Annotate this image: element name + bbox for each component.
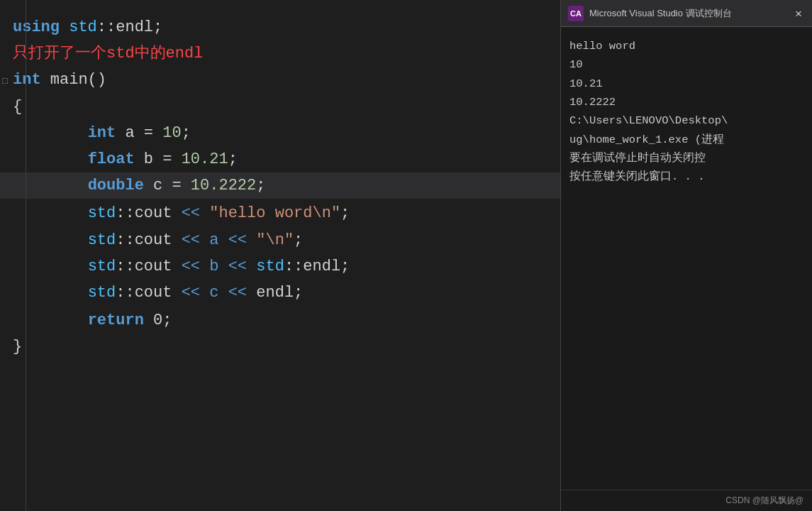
- code-token: ::: [116, 284, 134, 302]
- line-content: return 0;: [13, 308, 560, 333]
- code-line: return 0;: [0, 307, 560, 334]
- code-token: ;: [228, 150, 238, 168]
- code-token: cout: [135, 258, 172, 275]
- line-marker: □: [0, 75, 10, 89]
- code-line: }: [0, 334, 560, 360]
- code-line: 只打开了一个std中的endl: [0, 40, 560, 67]
- code-token: float: [88, 150, 135, 168]
- code-line: {: [0, 94, 560, 120]
- code-token: 只打开了一个std中的endl: [13, 45, 203, 62]
- code-token: [13, 177, 88, 194]
- code-token: ;: [153, 18, 162, 36]
- code-line: std::cout << "hello word\n";: [0, 200, 560, 226]
- code-token: << a <<: [172, 231, 256, 249]
- code-token: c =: [144, 177, 191, 194]
- code-token: {: [13, 98, 22, 116]
- vs-icon-label: CA: [570, 9, 582, 18]
- code-token: [13, 150, 88, 168]
- code-token: endl: [256, 284, 294, 302]
- code-token: std: [256, 258, 284, 275]
- terminal-output-line: 按任意键关闭此窗口. . .: [569, 167, 803, 186]
- code-token: std: [88, 204, 116, 222]
- code-token: std: [69, 18, 97, 36]
- terminal-body: hello word1010.2110.2222C:\Users\LENOVO\…: [561, 27, 812, 490]
- terminal-output-line: hello word: [569, 37, 803, 55]
- code-token: ::: [116, 258, 134, 275]
- line-content: 只打开了一个std中的endl: [13, 41, 560, 66]
- line-content: std::cout << b << std::endl;: [13, 254, 560, 279]
- code-token: std: [88, 284, 116, 302]
- code-token: std: [88, 258, 116, 275]
- code-token: int: [88, 124, 116, 142]
- code-token: return: [88, 312, 144, 329]
- line-content: std::cout << "hello word\n";: [13, 201, 560, 226]
- code-token: 10: [162, 124, 181, 142]
- code-token: 10.2222: [191, 177, 256, 194]
- code-token: int: [13, 71, 41, 89]
- line-content: float b = 10.21;: [13, 147, 560, 172]
- code-token: ::: [116, 204, 134, 222]
- line-content: double c = 10.2222;: [13, 173, 560, 198]
- code-line: using std::endl;: [0, 14, 560, 40]
- code-line: std::cout << a << "\n";: [0, 227, 560, 253]
- code-token: endl: [303, 258, 340, 275]
- code-token: main(): [41, 71, 106, 89]
- terminal-output-line: 10: [569, 55, 803, 74]
- code-line: □int main(): [0, 67, 560, 93]
- code-token: }: [13, 338, 22, 356]
- code-token: ;: [340, 258, 350, 275]
- code-token: ;: [294, 231, 303, 249]
- code-token: ;: [294, 284, 303, 302]
- code-token: cout: [135, 231, 172, 249]
- terminal-output-line: C:\Users\LENOVO\Desktop\: [569, 111, 803, 130]
- code-token: [13, 312, 88, 329]
- code-token: b =: [135, 150, 182, 168]
- code-token: 10.21: [182, 150, 228, 168]
- code-token: [13, 284, 88, 302]
- terminal-panel: CA Microsoft Visual Studio 调试控制台 ✕ hello…: [560, 0, 812, 511]
- code-token: ;: [182, 124, 191, 142]
- code-token: [13, 204, 88, 222]
- line-content: int a = 10;: [13, 121, 560, 145]
- code-token: ;: [256, 177, 265, 194]
- terminal-footer: CSDN @随风飘扬@: [561, 490, 812, 511]
- code-line: double c = 10.2222;: [0, 172, 560, 199]
- code-line: int a = 10;: [0, 120, 560, 146]
- code-token: [13, 258, 88, 275]
- code-token: << c <<: [172, 284, 256, 302]
- vs-icon: CA: [568, 6, 584, 21]
- code-token: "hello word\n": [209, 204, 340, 222]
- code-line: float b = 10.21;: [0, 146, 560, 172]
- code-token: ::: [97, 18, 116, 36]
- code-token: cout: [135, 204, 172, 222]
- code-token: ;: [340, 204, 350, 222]
- code-line: std::cout << c << endl;: [0, 280, 560, 306]
- terminal-output-line: ug\home_work_1.exe (进程: [569, 131, 803, 149]
- code-token: cout: [135, 284, 172, 302]
- code-token: <<: [172, 204, 209, 222]
- terminal-titlebar: CA Microsoft Visual Studio 调试控制台 ✕: [561, 0, 812, 27]
- close-button[interactable]: ✕: [792, 6, 805, 21]
- code-panel: using std::endl;只打开了一个std中的endl□int main…: [0, 0, 560, 511]
- code-token: double: [88, 177, 144, 194]
- line-content: }: [13, 334, 560, 359]
- code-token: [13, 124, 88, 142]
- code-token: ::: [284, 258, 303, 275]
- code-line: std::cout << b << std::endl;: [0, 253, 560, 280]
- code-token: using: [13, 18, 69, 36]
- terminal-output-line: 要在调试停止时自动关闭控: [569, 149, 803, 167]
- code-token: << b <<: [172, 258, 256, 275]
- line-content: using std::endl;: [13, 15, 560, 40]
- terminal-output-line: 10.21: [569, 75, 803, 93]
- code-token: ::: [116, 231, 134, 249]
- code-token: "\n": [256, 231, 294, 249]
- code-token: std: [88, 231, 116, 249]
- line-content: {: [13, 94, 560, 119]
- code-token: a =: [116, 124, 162, 142]
- code-token: [13, 231, 88, 249]
- code-token: 0;: [144, 312, 172, 329]
- line-content: std::cout << a << "\n";: [13, 228, 560, 253]
- terminal-output-line: 10.2222: [569, 93, 803, 111]
- line-content: std::cout << c << endl;: [13, 280, 560, 305]
- line-content: int main(): [13, 67, 560, 92]
